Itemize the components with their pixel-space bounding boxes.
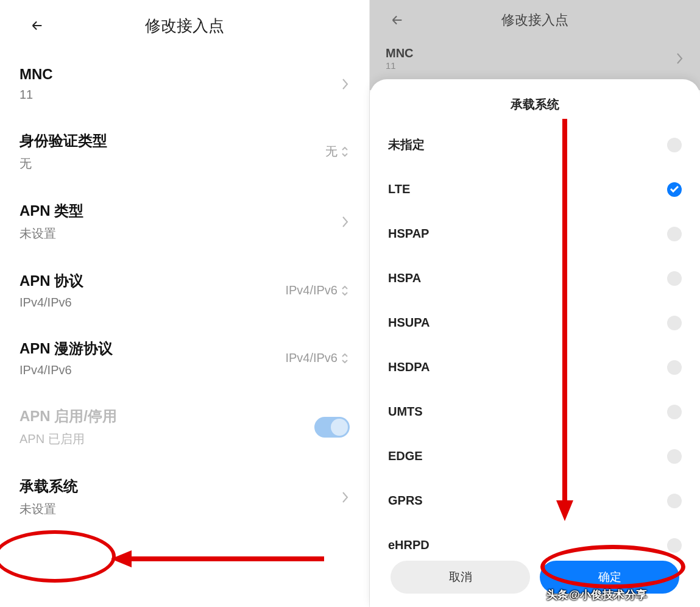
- radio-icon[interactable]: [667, 449, 682, 464]
- row-title: MNC: [386, 46, 414, 60]
- row-title: APN 启用/停用: [19, 406, 117, 426]
- back-icon[interactable]: [30, 19, 44, 32]
- row-sub: 未设置: [19, 225, 83, 242]
- row-sub: 无: [19, 155, 107, 172]
- sort-arrows-icon: [341, 352, 350, 365]
- option-label: HSPAP: [388, 227, 429, 241]
- left-screen: 修改接入点 MNC 11 身份验证类型 无 无: [0, 0, 370, 607]
- toggle-switch[interactable]: [314, 417, 350, 438]
- chevron-right-icon: [341, 215, 350, 229]
- option-row[interactable]: GPRS: [388, 478, 682, 523]
- sort-arrows-icon: [341, 284, 350, 297]
- option-label: HSDPA: [388, 360, 430, 374]
- row-value: 无: [325, 143, 338, 160]
- annotation-ellipse: [0, 530, 116, 583]
- row-sub: 11: [19, 88, 53, 102]
- option-row[interactable]: UMTS: [388, 389, 682, 434]
- option-label: HSPA: [388, 271, 421, 285]
- row-apn-enable: APN 启用/停用 APN 已启用: [19, 392, 350, 462]
- option-label: EDGE: [388, 449, 423, 463]
- chevron-right-icon: [341, 77, 350, 91]
- radio-icon[interactable]: [667, 316, 682, 330]
- row-title: APN 类型: [19, 201, 83, 221]
- radio-icon[interactable]: [667, 227, 682, 241]
- radio-icon[interactable]: [667, 360, 682, 375]
- row-sub: 11: [386, 60, 414, 71]
- row-title: 承载系统: [19, 477, 78, 496]
- row-value: IPv4/IPv6: [285, 283, 338, 297]
- annotation-arrow: [111, 547, 330, 571]
- row-sub: IPv4/IPv6: [19, 296, 83, 310]
- bearer-popup: 承载系统 未指定LTEHSPAPHSPAHSUPAHSDPAUMTSEDGEGP…: [370, 79, 700, 607]
- row-sub: 未设置: [19, 501, 78, 517]
- row-apn-protocol[interactable]: APN 协议 IPv4/IPv6 IPv4/IPv6: [19, 257, 350, 324]
- radio-icon[interactable]: [667, 538, 682, 553]
- cancel-button[interactable]: 取消: [391, 561, 530, 594]
- option-label: eHRPD: [388, 538, 430, 552]
- row-apn-type[interactable]: APN 类型 未设置: [19, 186, 350, 257]
- option-row[interactable]: LTE: [388, 167, 682, 211]
- chevron-right-icon: [676, 52, 684, 65]
- dim-row-mnc: MNC 11: [386, 40, 684, 71]
- row-mnc[interactable]: MNC 11: [19, 51, 350, 116]
- radio-checked-icon[interactable]: [667, 182, 682, 197]
- row-title: APN 协议: [19, 271, 83, 291]
- row-sub: IPv4/IPv6: [19, 363, 113, 377]
- page-title: 修改接入点: [145, 15, 224, 37]
- option-label: LTE: [388, 182, 410, 196]
- row-value: IPv4/IPv6: [285, 351, 338, 365]
- row-apn-roam-protocol[interactable]: APN 漫游协议 IPv4/IPv6 IPv4/IPv6: [19, 324, 350, 392]
- option-row[interactable]: EDGE: [388, 434, 682, 478]
- back-icon[interactable]: [391, 13, 404, 27]
- header: 修改接入点: [19, 0, 350, 51]
- header: 修改接入点: [386, 0, 684, 40]
- row-auth-type[interactable]: 身份验证类型 无 无: [19, 116, 350, 186]
- right-screen: 修改接入点 MNC 11 承载系统 未指定LTEHSPAPHSPAHSUPAHS…: [370, 0, 700, 607]
- page-title: 修改接入点: [501, 11, 568, 29]
- option-row[interactable]: HSDPA: [388, 345, 682, 389]
- popup-title: 承载系统: [388, 96, 682, 113]
- svg-marker-1: [111, 550, 132, 567]
- option-row[interactable]: HSPAP: [388, 211, 682, 256]
- option-label: UMTS: [388, 405, 423, 419]
- sort-arrows-icon: [341, 145, 350, 158]
- row-title: APN 漫游协议: [19, 339, 113, 358]
- option-row[interactable]: eHRPD: [388, 523, 682, 557]
- option-row[interactable]: HSUPA: [388, 300, 682, 345]
- row-title: MNC: [19, 66, 53, 83]
- watermark: 头条@小俊技术分享: [546, 587, 648, 602]
- chevron-right-icon: [341, 491, 350, 504]
- row-title: 身份验证类型: [19, 131, 107, 151]
- option-label: GPRS: [388, 494, 423, 508]
- row-sub: APN 已启用: [19, 431, 117, 447]
- radio-icon[interactable]: [667, 494, 682, 508]
- option-row[interactable]: 未指定: [388, 122, 682, 167]
- option-label: HSUPA: [388, 316, 430, 330]
- dimmed-background: 修改接入点 MNC 11: [370, 0, 700, 90]
- radio-icon[interactable]: [667, 405, 682, 419]
- option-row[interactable]: HSPA: [388, 256, 682, 300]
- radio-icon[interactable]: [667, 271, 682, 286]
- option-label: 未指定: [388, 137, 425, 153]
- radio-icon[interactable]: [667, 138, 682, 152]
- row-bearer[interactable]: 承载系统 未设置: [19, 462, 350, 532]
